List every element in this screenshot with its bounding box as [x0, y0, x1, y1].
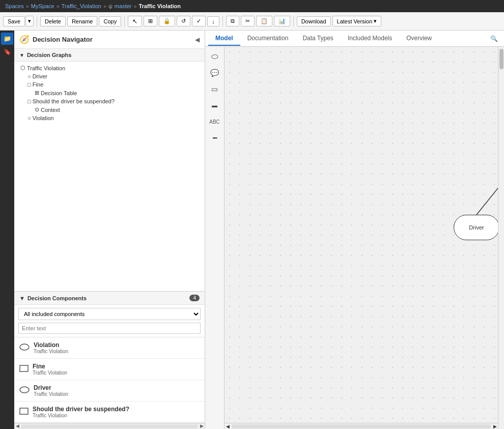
dc-list-item[interactable]: Should the driver be suspended?Traffic V…: [14, 402, 205, 423]
tree-item[interactable]: □Should the driver be suspended?: [14, 97, 205, 105]
svg-rect-1: [20, 365, 28, 371]
rename-button[interactable]: Rename: [67, 16, 98, 26]
canvas[interactable]: Should the driver be suspended?FineDrive…: [225, 47, 498, 423]
tree-item[interactable]: □Fine: [14, 80, 205, 89]
dc-item-name: Fine: [33, 363, 67, 370]
delete-button[interactable]: Delete: [40, 16, 66, 26]
dc-list: ViolationTraffic ViolationFineTraffic Vi…: [14, 337, 205, 423]
dc-search-input[interactable]: [18, 323, 201, 334]
breadcrumb-master[interactable]: master: [115, 3, 132, 9]
latest-version-arrow: ▾: [374, 18, 377, 24]
chart-button[interactable]: 📊: [274, 16, 290, 26]
sep2: »: [57, 3, 60, 9]
check-button[interactable]: ✓: [192, 16, 206, 26]
tree-item-icon: □: [27, 98, 31, 104]
navigator-header: 🧭 Decision Navigator ◀: [14, 31, 205, 49]
save-group: Save ▾: [3, 16, 34, 26]
svg-rect-3: [20, 408, 28, 414]
search-icon[interactable]: 🔍: [487, 33, 501, 44]
dc-header-left: ▼ Decision Components: [19, 295, 87, 301]
tree-item-label: Decision Table: [41, 90, 77, 96]
dc-item-source: Traffic Violation: [34, 391, 68, 397]
tree-item-icon: ○: [27, 115, 31, 121]
tree-item-icon: □: [27, 81, 31, 88]
app-container: Save ▾ Delete Rename Copy ↖ ⊞ 🔒 ↺ ✓ ↓ ⧉ …: [0, 12, 504, 429]
tree-items: ⬡Traffic Violation○Driver□Fine⊞Decision …: [14, 62, 205, 124]
speech-shape-btn[interactable]: 💬: [207, 65, 222, 80]
tab-model[interactable]: Model: [208, 32, 240, 46]
canvas-node-driver[interactable]: Driver: [454, 215, 498, 240]
tree-item[interactable]: ○Driver: [14, 72, 205, 80]
dc-title: Decision Components: [27, 295, 87, 301]
save-button[interactable]: Save: [3, 16, 25, 26]
tree-item[interactable]: ⊞Decision Table: [14, 89, 205, 97]
paste-button[interactable]: 📋: [256, 16, 272, 26]
lock-button[interactable]: 🔒: [159, 16, 175, 26]
decision-graphs-header[interactable]: ▼ Decision Graphs: [14, 49, 205, 62]
breadcrumb-current: Traffic Violation: [139, 3, 181, 9]
svg-point-2: [20, 387, 29, 393]
copy2-button[interactable]: ⧉: [226, 16, 239, 26]
pill-shape-btn[interactable]: ━: [207, 130, 222, 146]
dc-filter-dropdown[interactable]: All included components: [18, 308, 201, 320]
tree-item[interactable]: ○Violation: [14, 114, 205, 122]
copy-button[interactable]: Copy: [99, 16, 121, 26]
tree-item-label: Context: [41, 107, 60, 113]
refresh-button[interactable]: ↺: [177, 16, 190, 26]
dc-item-info: DriverTraffic Violation: [34, 384, 68, 397]
dc-item-icon: [19, 408, 29, 416]
grid-button[interactable]: ⊞: [144, 16, 157, 26]
dc-list-item[interactable]: FineTraffic Violation: [14, 359, 205, 380]
navigator-icon: 🧭: [19, 35, 30, 44]
tab-data-types[interactable]: Data Types: [295, 32, 340, 46]
breadcrumb-traffic-violation[interactable]: Traffic_Violation: [62, 3, 101, 9]
canvas-scroll-left[interactable]: ◀: [225, 424, 231, 429]
download-button[interactable]: Download: [297, 16, 331, 26]
canvas-right-scroll[interactable]: [498, 47, 504, 429]
cut-button[interactable]: ✂: [241, 16, 255, 26]
collapse-button[interactable]: ◀: [195, 36, 200, 43]
tab-overview[interactable]: Overview: [399, 32, 439, 46]
dc-item-info: ViolationTraffic Violation: [34, 341, 68, 354]
tab-included-models[interactable]: Included Models: [341, 32, 399, 46]
breadcrumb-bar: Spaces » MySpace » Traffic_Violation » ψ…: [0, 0, 504, 12]
dc-header[interactable]: ▼ Decision Components 4: [14, 292, 205, 305]
dc-list-item[interactable]: ViolationTraffic Violation: [14, 337, 205, 359]
latest-version-button[interactable]: Latest Version ▾: [332, 16, 382, 26]
wide-rect-shape-btn[interactable]: ▬: [207, 98, 222, 113]
dc-item-source: Traffic Violation: [33, 413, 129, 418]
svg-point-0: [20, 344, 29, 350]
tab-documentation[interactable]: Documentation: [240, 32, 296, 46]
main-canvas: Model Documentation Data Types Included …: [205, 31, 504, 429]
scroll-left-arrow[interactable]: ◀: [14, 423, 20, 430]
rect-shape-btn[interactable]: ▭: [207, 81, 222, 97]
tree-item[interactable]: ⬡Traffic Violation: [14, 64, 205, 72]
scroll-right-arrow[interactable]: ▶: [199, 423, 205, 430]
dc-triangle-icon: ▼: [19, 295, 25, 301]
svg-line-5: [477, 123, 498, 215]
breadcrumb-myspace[interactable]: MySpace: [31, 3, 54, 9]
navigator-header-left: 🧭 Decision Navigator: [19, 35, 93, 44]
save-dropdown-button[interactable]: ▾: [25, 16, 34, 26]
text-shape-btn[interactable]: ABC: [207, 114, 222, 129]
breadcrumb-spaces[interactable]: Spaces: [5, 3, 24, 9]
tabs-bar: Model Documentation Data Types Included …: [205, 31, 504, 47]
canvas-scroll-right[interactable]: ▶: [492, 424, 498, 429]
oval-shape-btn[interactable]: ⬭: [207, 49, 222, 64]
dc-item-source: Traffic Violation: [34, 349, 68, 354]
download-icon-button[interactable]: ↓: [207, 16, 219, 26]
sep4: »: [133, 3, 136, 9]
dc-item-name: Should the driver be suspended?: [33, 406, 129, 413]
decision-components-section: ▼ Decision Components 4 All included com…: [14, 292, 205, 429]
dc-item-icon: [19, 365, 29, 374]
dc-item-name: Driver: [34, 384, 68, 391]
nav-icon-bookmark[interactable]: 🔖: [1, 46, 13, 58]
nav-icon-folder[interactable]: 📁: [1, 33, 13, 45]
dc-bottom-scroll: ◀ ▶: [14, 423, 205, 429]
canvas-main: Should the driver be suspended?FineDrive…: [225, 47, 498, 429]
tree-item[interactable]: ⊙Context: [14, 105, 205, 114]
latest-version-label: Latest Version: [337, 18, 373, 24]
cursor-button[interactable]: ↖: [128, 16, 142, 27]
tree-item-label: Fine: [33, 81, 43, 88]
dc-list-item[interactable]: DriverTraffic Violation: [14, 380, 205, 402]
